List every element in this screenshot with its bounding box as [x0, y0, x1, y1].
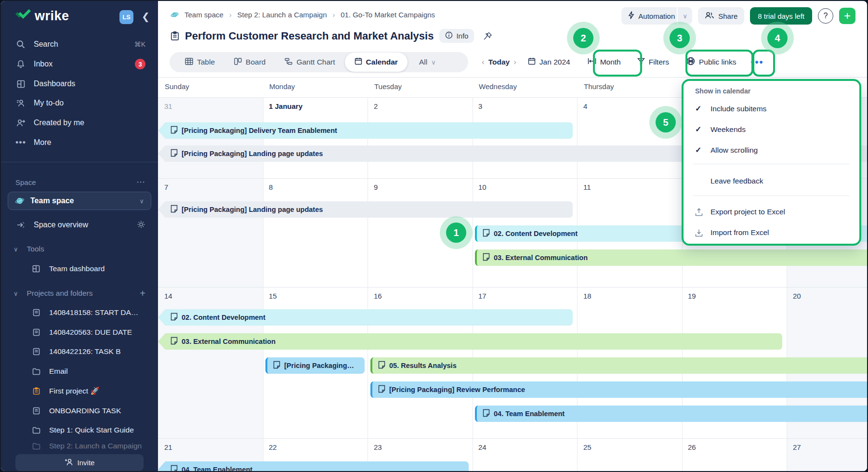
event-bar[interactable]: [Pricing Packaging] Delivery Team Enable… [158, 122, 573, 139]
create-button[interactable]: + [839, 8, 855, 24]
date-cell[interactable]: 7 [164, 183, 168, 191]
sidebar-project-item-partial[interactable]: Step 2: Launch a Campaign [1, 442, 158, 450]
event-bar[interactable]: [Pricing Packaging] Landing page updates [158, 201, 573, 218]
date-cell[interactable]: 23 [374, 443, 382, 451]
next-arrow-icon[interactable]: › [510, 57, 520, 67]
public-links-button[interactable]: Public links [686, 57, 736, 67]
space-more-icon[interactable]: ⋯ [136, 177, 145, 187]
event-bar[interactable]: [Pricing Packaging… [265, 357, 365, 374]
prev-arrow-icon[interactable]: ‹ [478, 57, 488, 67]
tab-filter-all[interactable]: All ∨ [409, 52, 446, 72]
gear-icon[interactable] [137, 220, 145, 230]
more-menu-button[interactable]: ••• [750, 57, 763, 68]
date-cell[interactable]: 14 [164, 292, 172, 300]
date-cell[interactable]: 20 [793, 292, 801, 300]
share-button[interactable]: Share [698, 7, 744, 25]
sidebar-item-my-todo[interactable]: My to-do [1, 94, 158, 112]
breadcrumb-team-space[interactable]: Team space [184, 11, 224, 19]
date-cell[interactable]: 10 [478, 183, 487, 191]
event-bar[interactable]: 05. Results Analysis [370, 357, 868, 374]
event-bar[interactable]: 02. Content Development [158, 309, 573, 326]
date-cell[interactable]: 16 [374, 292, 382, 300]
date-cell[interactable]: 21 [164, 443, 172, 451]
pin-icon[interactable] [483, 31, 492, 41]
tab-table[interactable]: Table [175, 52, 224, 72]
breadcrumb-campaigns[interactable]: 01. Go-To Market Campaigns [341, 11, 435, 19]
task-doc-icon [31, 328, 41, 336]
sidebar-item-search[interactable]: Search ⌘K [1, 36, 158, 53]
sidebar-item-label: 1408418158: START DA… [49, 308, 138, 317]
menu-item-leave-feedback[interactable]: Leave feedback [695, 177, 763, 185]
sidebar-project-item[interactable]: ONBOARDING TASK [1, 402, 158, 420]
date-cell[interactable]: 17 [478, 292, 487, 300]
sidebar-item-more[interactable]: ••• More [1, 134, 158, 151]
sidebar-item-label: Search [34, 40, 58, 49]
tab-board[interactable]: Board [224, 52, 275, 72]
event-bar[interactable]: 04. Team Enablement [158, 461, 469, 472]
wrike-logo[interactable]: wrike [14, 9, 69, 24]
event-bar[interactable]: [Pricing Packaging] Review Performance [370, 381, 868, 398]
team-space-selector[interactable]: Team space ∨ [8, 192, 151, 210]
info-button[interactable]: Info [439, 29, 474, 43]
date-cell[interactable]: 25 [583, 443, 592, 451]
menu-item-include-subitems[interactable]: ✓ Include subitems [695, 104, 766, 113]
invite-button[interactable]: Invite [15, 454, 144, 471]
menu-divider [693, 196, 850, 196]
doc-icon [483, 409, 490, 419]
date-cell[interactable]: 22 [269, 443, 277, 451]
help-button[interactable]: ? [818, 8, 833, 24]
menu-item-allow-scrolling[interactable]: ✓ Allow scrolling [695, 145, 758, 155]
trial-badge[interactable]: 8 trial days left [750, 7, 812, 25]
sidebar-item-space-overview[interactable]: Space overview [1, 216, 158, 234]
menu-item-import-excel[interactable]: Import from Excel [695, 228, 769, 237]
today-button[interactable]: Today [488, 58, 510, 66]
date-cell[interactable]: 15 [269, 292, 277, 300]
doc-icon [273, 361, 280, 370]
automation-button[interactable]: Automation [621, 7, 682, 25]
sidebar-project-item[interactable]: Email [1, 363, 158, 380]
date-cell[interactable]: 2 [374, 102, 378, 110]
date-cell[interactable]: 3 [478, 102, 482, 110]
date-cell[interactable]: 31 [164, 102, 172, 110]
sidebar-item-team-dashboard[interactable]: Team dashboard [1, 260, 158, 277]
sidebar-item-inbox[interactable]: Inbox 3 [1, 55, 158, 73]
date-cell[interactable]: 11 [583, 183, 591, 191]
date-cell[interactable]: 9 [374, 183, 378, 191]
sidebar-project-item[interactable]: 1408422126: TASK B [1, 343, 158, 360]
zoom-month-button[interactable]: Month [588, 58, 621, 66]
tab-calendar[interactable]: Calendar [345, 52, 408, 72]
check-icon: ✓ [695, 145, 704, 155]
tab-gantt-chart[interactable]: Gantt Chart [275, 52, 344, 72]
avatar[interactable]: LS [119, 10, 133, 24]
sidebar-project-item[interactable]: First project 🚀 [1, 382, 158, 400]
period-selector[interactable]: Jan 2024 [528, 57, 570, 67]
add-project-icon[interactable]: + [140, 288, 145, 299]
filters-button[interactable]: Filters [637, 58, 669, 67]
automation-chevron[interactable]: ∨ [677, 7, 692, 25]
projects-section[interactable]: ∨ Projects and folders + [1, 285, 158, 302]
date-cell[interactable]: 19 [688, 292, 696, 300]
date-cell[interactable]: 24 [478, 443, 487, 451]
date-cell[interactable]: 4 [583, 102, 587, 110]
sidebar-collapse-icon[interactable]: ❮ [142, 11, 150, 22]
event-bar[interactable]: 04. Team Enablement [475, 406, 868, 422]
sidebar-item-dashboards[interactable]: Dashboards [1, 75, 158, 92]
menu-item-export-excel[interactable]: Export project to Excel [695, 208, 785, 216]
event-bar[interactable]: 03. External Communication [158, 333, 782, 350]
tools-section[interactable]: ∨ Tools [1, 240, 158, 258]
chevron-down-icon: ∨ [13, 290, 18, 297]
date-cell[interactable]: 8 [269, 183, 273, 191]
menu-item-weekends[interactable]: ✓ Weekends [695, 125, 746, 134]
event-bar[interactable]: 03. External Communication [475, 249, 868, 266]
sidebar-project-item[interactable]: Step 1: Quick Start Guide [1, 421, 158, 439]
date-cell[interactable]: 1 January [269, 102, 302, 110]
event-label: [Pricing Packaging] Landing page updates [182, 206, 323, 213]
sidebar-project-item[interactable]: 1408418158: START DA… [1, 304, 158, 321]
sidebar-project-item[interactable]: 1408420563: DUE DATE [1, 324, 158, 341]
breadcrumb-step2[interactable]: Step 2: Launch a Campaign [237, 11, 327, 19]
info-label: Info [456, 32, 468, 40]
date-cell[interactable]: 27 [793, 443, 801, 451]
sidebar-item-created-by-me[interactable]: Created by me [1, 114, 158, 131]
date-cell[interactable]: 18 [583, 292, 592, 300]
date-cell[interactable]: 26 [688, 443, 696, 451]
